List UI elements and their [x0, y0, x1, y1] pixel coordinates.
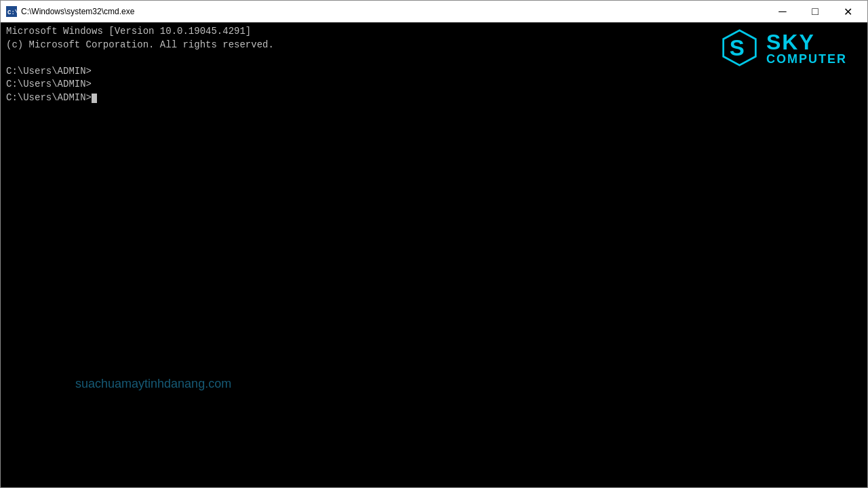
minimize-button[interactable]: ─ [767, 2, 798, 21]
console-line-6: C:\Users\ADMIN> [6, 92, 862, 105]
cmd-window: C:\ C:\Windows\system32\cmd.exe ─ □ ✕ Mi… [0, 0, 868, 488]
sky-text-sky: SKY [766, 31, 847, 53]
maximize-button[interactable]: □ [800, 2, 831, 21]
sky-logo-icon: S [721, 29, 758, 66]
cmd-icon: C:\ [6, 6, 17, 17]
prompt-text: C:\Users\ADMIN> [6, 92, 92, 103]
title-bar-left: C:\ C:\Windows\system32\cmd.exe [6, 6, 134, 17]
svg-text:S: S [730, 35, 745, 60]
sky-text-computer: COMPUTER [766, 53, 847, 65]
cursor [92, 94, 97, 103]
title-bar-controls: ─ □ ✕ [767, 2, 863, 21]
title-bar: C:\ C:\Windows\system32\cmd.exe ─ □ ✕ [1, 1, 867, 22]
close-button[interactable]: ✕ [832, 2, 863, 21]
sky-logo-text: SKY COMPUTER [766, 31, 847, 65]
console-line-5: C:\Users\ADMIN> [6, 78, 862, 92]
sky-logo: S SKY COMPUTER [721, 29, 847, 66]
console-line-4: C:\Users\ADMIN> [6, 65, 862, 79]
watermark: suachuamaytinhdanang.com [75, 375, 231, 392]
console-area[interactable]: Microsoft Windows [Version 10.0.19045.42… [1, 22, 867, 487]
title-bar-text: C:\Windows\system32\cmd.exe [21, 7, 134, 16]
svg-text:C:\: C:\ [7, 9, 17, 16]
